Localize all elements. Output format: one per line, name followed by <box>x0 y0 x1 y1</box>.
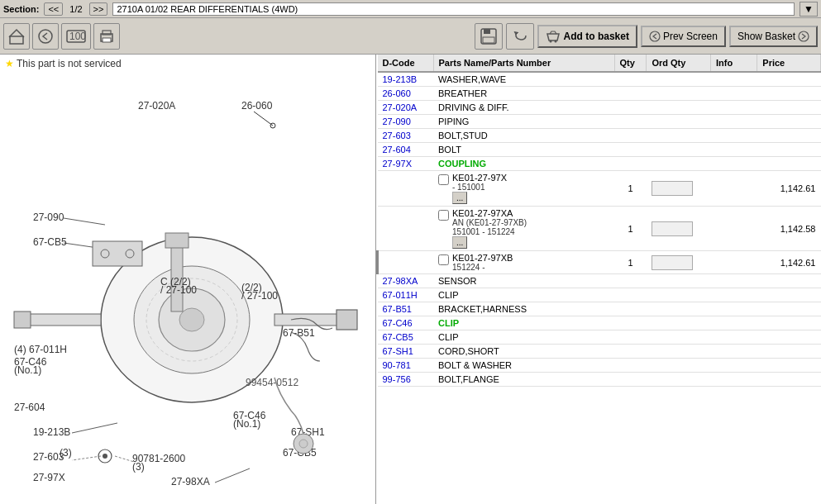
part-name-cell: DRIVING & DIFF. <box>433 101 614 115</box>
prev-section-btn[interactable]: << <box>44 2 63 16</box>
dcode-link[interactable]: 99-756 <box>383 374 411 384</box>
zoom-button[interactable]: 100 <box>61 23 91 50</box>
qty-cell <box>614 373 647 387</box>
svg-text:(3): (3) <box>60 447 72 459</box>
dcode-cell <box>378 171 434 207</box>
part-name-cell: BOLT & WASHER <box>433 359 614 373</box>
next-section-btn[interactable]: >> <box>89 2 108 16</box>
undo-button[interactable] <box>506 23 534 50</box>
dcode-link[interactable]: 27-604 <box>383 145 411 155</box>
info-cell <box>710 129 757 143</box>
svg-text:67-CB5: 67-CB5 <box>33 236 67 248</box>
table-row: 90-781BOLT & WASHER <box>378 359 821 373</box>
dcode-link[interactable]: 27-97X <box>383 159 412 169</box>
part-select-checkbox[interactable] <box>438 174 449 185</box>
prev-screen-button[interactable]: Prev Screen <box>641 26 726 47</box>
ord-qty-input[interactable] <box>652 181 693 196</box>
section-dropdown-btn[interactable]: ▼ <box>800 2 818 17</box>
table-row: KE01-27-97XAAN (KE01-27-97XB)151001 - 15… <box>378 207 821 251</box>
dcode-cell[interactable]: 27-603 <box>378 129 434 143</box>
ord-qty-cell <box>647 129 711 143</box>
parts-panel[interactable]: D-Code Parts Name/Parts Number Qty Ord Q… <box>376 55 821 504</box>
star-icon: ★ <box>5 58 14 69</box>
qty-cell <box>614 72 647 87</box>
header-ord-qty: Ord Qty <box>647 55 711 72</box>
ord-qty-cell[interactable] <box>647 207 711 251</box>
svg-point-11 <box>554 40 556 42</box>
svg-text:(No.1): (No.1) <box>233 418 260 430</box>
dcode-link[interactable]: 26-060 <box>383 88 411 98</box>
dcode-cell[interactable]: 27-98XA <box>378 274 434 288</box>
info-cell <box>710 101 757 115</box>
dcode-cell[interactable]: 67-SH1 <box>378 345 434 359</box>
dcode-link[interactable]: 67-CB5 <box>383 332 413 342</box>
ord-qty-cell[interactable] <box>647 171 711 207</box>
show-basket-button[interactable]: Show Basket <box>729 26 818 47</box>
svg-rect-6 <box>103 38 111 42</box>
dcode-link[interactable]: 90-781 <box>383 360 411 370</box>
print-icon <box>98 28 115 45</box>
back-button[interactable] <box>32 23 59 50</box>
dcode-link[interactable]: 67-C46 <box>383 318 413 328</box>
part-name-cell: WASHER,WAVE <box>433 72 614 87</box>
dcode-cell[interactable]: 67-011H <box>378 288 434 302</box>
part-name-cell: CLIP <box>433 330 614 345</box>
dcode-cell[interactable]: 67-B51 <box>378 302 434 316</box>
price-cell <box>757 373 821 387</box>
info-cell <box>710 274 757 288</box>
dcode-cell[interactable]: 27-604 <box>378 143 434 157</box>
table-row: 26-060BREATHER <box>378 87 821 101</box>
print-button[interactable] <box>93 23 120 50</box>
qty-cell <box>614 359 647 373</box>
dcode-link[interactable]: 27-98XA <box>383 276 418 286</box>
qty-cell <box>614 345 647 359</box>
ord-qty-cell <box>647 330 711 345</box>
show-basket-label: Show Basket <box>737 31 795 42</box>
price-cell <box>757 345 821 359</box>
dcode-cell[interactable]: 19-213B <box>378 72 434 87</box>
ord-qty-input[interactable] <box>652 255 693 270</box>
price-cell: 1,142.61 <box>757 171 821 207</box>
ellipsis-button[interactable]: ... <box>452 192 467 204</box>
qty-cell <box>614 274 647 288</box>
dcode-link[interactable]: 67-B51 <box>383 304 412 314</box>
dcode-cell[interactable]: 99-756 <box>378 373 434 387</box>
dcode-cell[interactable]: 67-CB5 <box>378 330 434 345</box>
back-icon <box>37 28 54 45</box>
dcode-cell[interactable]: 27-97X <box>378 157 434 171</box>
svg-text:99454-0512: 99454-0512 <box>246 377 298 388</box>
dcode-link[interactable]: 67-011H <box>383 290 418 300</box>
part-name-cell: SENSOR <box>433 274 614 288</box>
part-select-checkbox[interactable] <box>438 210 449 221</box>
dcode-cell[interactable]: 27-020A <box>378 101 434 115</box>
dcode-link[interactable]: 19-213B <box>383 74 418 84</box>
dcode-link[interactable]: 27-603 <box>383 131 411 140</box>
svg-point-13 <box>799 31 809 41</box>
dcode-cell[interactable]: 26-060 <box>378 87 434 101</box>
table-row: 27-090PIPING <box>378 115 821 129</box>
ord-qty-input[interactable] <box>652 221 693 236</box>
part-select-checkbox[interactable] <box>438 254 449 265</box>
dcode-link[interactable]: 67-SH1 <box>383 346 413 356</box>
ord-qty-cell[interactable] <box>647 251 711 274</box>
part-number-cell: KE01-27-97X- 151001... <box>433 171 614 207</box>
dcode-link[interactable]: 27-020A <box>383 102 418 112</box>
dcode-cell[interactable]: 67-C46 <box>378 316 434 330</box>
svg-rect-33 <box>93 241 142 266</box>
dcode-cell[interactable]: 27-090 <box>378 115 434 129</box>
svg-text:(3): (3) <box>132 461 145 473</box>
dcode-cell[interactable]: 90-781 <box>378 359 434 373</box>
home-button[interactable] <box>3 23 30 50</box>
table-row: 67-CB5CLIP <box>378 330 821 345</box>
info-cell <box>710 143 757 157</box>
svg-text:/ 27-100: / 27-100 <box>160 284 197 296</box>
qty-cell <box>614 157 647 171</box>
svg-text:67-B51: 67-B51 <box>283 327 315 339</box>
qty-cell <box>614 129 647 143</box>
ord-qty-cell <box>647 302 711 316</box>
add-to-basket-button[interactable]: Add to basket <box>537 25 637 48</box>
dcode-link[interactable]: 27-090 <box>383 116 411 126</box>
save-button[interactable] <box>475 23 503 50</box>
price-cell <box>757 115 821 129</box>
ellipsis-button[interactable]: ... <box>452 236 467 249</box>
